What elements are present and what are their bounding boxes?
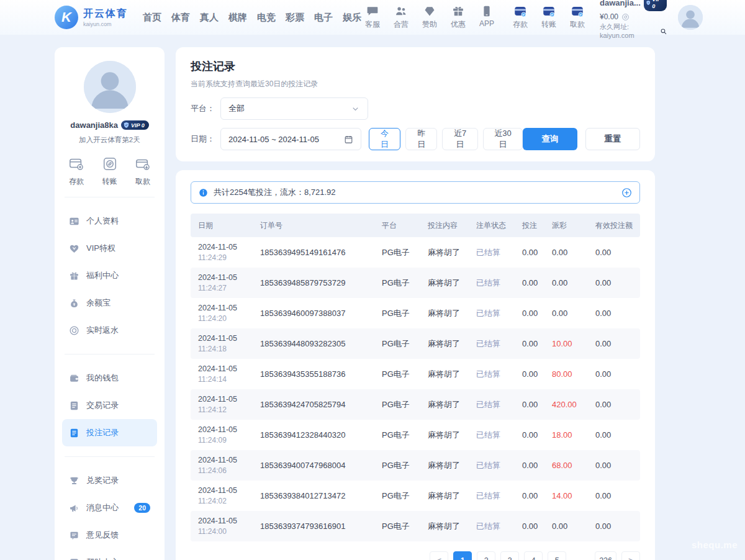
prev-page-button[interactable]: <	[430, 551, 448, 560]
user-avatar[interactable]	[678, 5, 703, 30]
nav-menu-item[interactable]: 彩票	[286, 12, 304, 24]
navbar-link-gift[interactable]: 优惠	[447, 5, 469, 30]
sidebar-item-label: 消息中心	[86, 502, 119, 513]
quick-range-button[interactable]: 昨日	[405, 128, 437, 150]
cell-order-number: 1853639485879753729	[260, 278, 382, 287]
sidebar-item[interactable]: 意见反馈	[62, 522, 157, 549]
table-row[interactable]: 2024-11-0511:24:021853639384012713472PG电…	[191, 481, 640, 511]
table-row[interactable]: 2024-11-0511:24:121853639424705825794PG电…	[191, 389, 640, 420]
sidebar-item[interactable]: 余额宝	[62, 289, 157, 317]
nav-menu-item[interactable]: 电子	[314, 12, 333, 24]
quick-action-card-out[interactable]: 存款	[68, 156, 84, 187]
navbar-link-diamond[interactable]: 赞助	[418, 5, 441, 30]
quick-action-cash-out[interactable]: 取款	[135, 156, 151, 187]
cell-bet-content: 麻将胡了	[428, 278, 476, 289]
sidebar-item[interactable]: 兑奖记录	[62, 467, 157, 494]
quick-range-button[interactable]: 今日	[369, 128, 400, 150]
navbar-link-label: 存款	[513, 19, 528, 30]
page-button[interactable]: 226	[595, 551, 616, 560]
page-button[interactable]: 2	[477, 551, 495, 560]
nav-menu-item[interactable]: 娱乐	[343, 12, 361, 24]
phone-icon	[481, 5, 493, 17]
navbar-link-bankcard[interactable]: 转账	[538, 5, 560, 30]
cell-bet-content: 麻将胡了	[428, 369, 476, 380]
brand-logo[interactable]: K 开云体育 kaiyun.com	[55, 6, 128, 29]
next-page-button[interactable]: >	[621, 551, 640, 560]
sidebar-item[interactable]: 福利中心	[62, 262, 157, 289]
vip-heart-icon	[69, 243, 79, 254]
quick-action-label: 取款	[135, 176, 150, 187]
divider	[65, 456, 155, 457]
cell-bet-content: 麻将胡了	[428, 247, 476, 258]
navbar-link-label: 客服	[365, 19, 380, 30]
sidebar-item[interactable]: 投注记录	[62, 419, 157, 446]
cell-valid-bet: 0.00	[595, 461, 633, 470]
cell-payout: 18.00	[552, 430, 595, 440]
table-row[interactable]: 2024-11-0511:24:091853639412328440320PG电…	[191, 420, 640, 450]
quick-action-swap-out[interactable]: 转账	[102, 156, 118, 187]
refresh-icon[interactable]	[621, 13, 630, 21]
page-button[interactable]: 5	[548, 551, 566, 560]
user-info[interactable]: dawanjia... VIP 0 ¥0.00 永久网址: kaiyun.com	[600, 0, 667, 40]
cell-status: 已结算	[476, 460, 522, 471]
page-button[interactable]: 1	[453, 551, 472, 560]
nav-menu-item[interactable]: 真人	[200, 12, 219, 24]
sidebar-item-label: 意见反馈	[86, 530, 119, 541]
sidebar-item[interactable]: ?帮助中心	[62, 549, 157, 560]
cell-status: 已结算	[476, 399, 522, 410]
page-button[interactable]: 4	[524, 551, 543, 560]
wallet-icon	[69, 373, 79, 384]
chat-icon	[366, 5, 379, 17]
table-row[interactable]: 2024-11-0511:24:001853639374793616901PG电…	[191, 511, 640, 541]
query-button[interactable]: 查询	[523, 128, 577, 150]
nav-menu-item[interactable]: 电竞	[257, 12, 276, 24]
sidebar-item[interactable]: 交易记录	[62, 392, 157, 419]
navbar-link-people[interactable]: 合营	[390, 5, 412, 30]
sidebar-item[interactable]: 实时返水	[62, 317, 157, 344]
cell-payout: 80.00	[552, 369, 595, 379]
table-row[interactable]: 2024-11-0511:24:291853639495149161476PG电…	[191, 237, 640, 268]
cell-platform: PG电子	[382, 490, 428, 502]
column-header: 投注	[522, 220, 552, 231]
navbar-link-phone[interactable]: APP	[476, 5, 498, 30]
platform-selected-value: 全部	[228, 103, 245, 114]
cell-bet-amount: 0.00	[522, 339, 552, 348]
table-row[interactable]: 2024-11-0511:24:141853639435355188736PG电…	[191, 359, 640, 389]
nav-menu-item[interactable]: 棋牌	[228, 12, 247, 24]
table-row[interactable]: 2024-11-0511:24:181853639448093282305PG电…	[191, 328, 640, 359]
sidebar-item[interactable]: 我的钱包	[62, 364, 157, 392]
sidebar-item[interactable]: 消息中心20	[62, 494, 157, 522]
sidebar-group: 个人资料VIP特权福利中心余额宝实时返水	[62, 207, 157, 344]
cell-payout: 68.00	[552, 461, 595, 470]
date-range-input[interactable]: 2024-11-05 ~ 2024-11-05	[220, 128, 361, 150]
profile-avatar[interactable]	[84, 61, 136, 113]
profile-card: dawanjia8ka VIP 0 加入开云体育第2天 存款转账取款	[62, 61, 157, 187]
navbar-link-label: 赞助	[422, 19, 437, 30]
page-button[interactable]: 3	[500, 551, 519, 560]
navbar-link-bankcard[interactable]: 存款	[509, 5, 531, 30]
platform-select[interactable]: 全部	[220, 97, 368, 120]
quick-range-button[interactable]: 近30日	[483, 128, 523, 150]
reset-button[interactable]: 重置	[585, 128, 640, 150]
card-out-icon	[68, 156, 84, 172]
sidebar-item-label: 兑奖记录	[86, 475, 119, 486]
sidebar-item[interactable]: VIP特权	[62, 235, 157, 262]
page-ellipsis: ···	[571, 551, 590, 560]
magnifier-icon[interactable]	[660, 27, 667, 35]
nav-menu-item[interactable]: 首页	[143, 12, 161, 24]
table-row[interactable]: 2024-11-0511:24:271853639485879753729PG电…	[191, 268, 640, 298]
id-card-icon	[69, 216, 79, 227]
quick-links: 客服合营赞助优惠APP	[361, 5, 498, 30]
gift-icon	[452, 5, 464, 17]
table-row[interactable]: 2024-11-0511:24:061853639400747968004PG电…	[191, 450, 640, 481]
navbar-link-chat[interactable]: 客服	[361, 5, 384, 30]
navbar-link-bankcard[interactable]: 取款	[566, 5, 589, 30]
sidebar-item[interactable]: 个人资料	[62, 207, 157, 235]
quick-range-button[interactable]: 近7日	[442, 128, 478, 150]
nav-menu-item[interactable]: 体育	[171, 12, 190, 24]
plus-circle-icon[interactable]	[621, 187, 632, 198]
cell-platform: PG电子	[382, 430, 428, 441]
table-row[interactable]: 2024-11-0511:24:201853639460097388037PG电…	[191, 298, 640, 328]
cell-bet-amount: 0.00	[522, 491, 552, 500]
megaphone-icon	[69, 503, 79, 513]
